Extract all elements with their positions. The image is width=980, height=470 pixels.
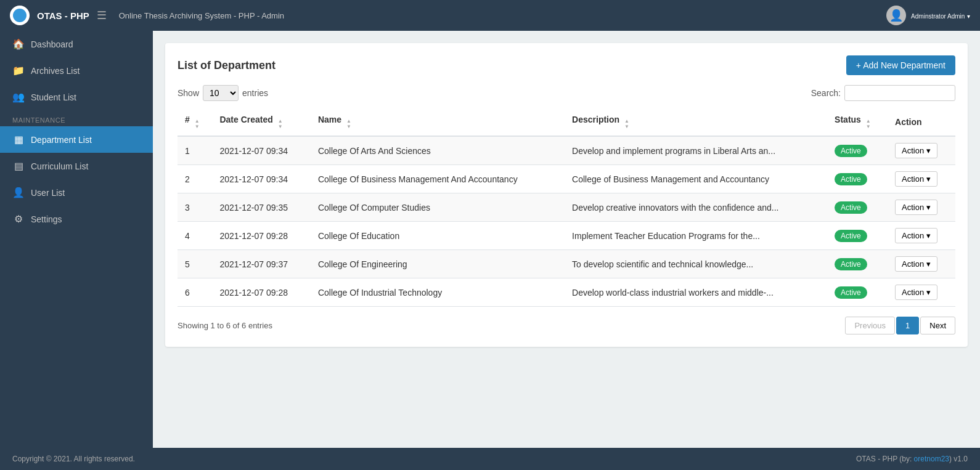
col-num: # ▲▼ xyxy=(178,108,212,136)
cell-num: 5 xyxy=(178,250,212,278)
department-table: # ▲▼ Date Created ▲▼ Name ▲▼ Description… xyxy=(178,108,955,307)
show-entries-control: Show 10 25 50 100 entries xyxy=(178,85,268,101)
cell-action: Action ▾ xyxy=(888,278,955,307)
table-row: 6 2021-12-07 09:28 College Of Industrial… xyxy=(178,278,955,307)
archives-icon: 📁 xyxy=(12,65,25,76)
sidebar-item-student-list[interactable]: 👥 Student List xyxy=(0,84,153,110)
footer-copyright: Copyright © 2021. All rights reserved. xyxy=(12,455,135,463)
user-icon: 👤 xyxy=(12,187,25,198)
sidebar: 🏠 Dashboard 📁 Archives List 👥 Student Li… xyxy=(0,31,153,470)
main-content: List of Department + Add New Department … xyxy=(153,31,980,470)
col-action: Action xyxy=(888,108,955,136)
cell-num: 3 xyxy=(178,193,212,222)
table-row: 3 2021-12-07 09:35 College Of Computer S… xyxy=(178,193,955,222)
table-controls: Show 10 25 50 100 entries Search: xyxy=(178,85,955,101)
sidebar-item-curriculum-list[interactable]: ▤ Curriculum List xyxy=(0,153,153,179)
cell-action: Action ▾ xyxy=(888,165,955,193)
previous-button[interactable]: Previous xyxy=(845,317,895,334)
cell-date: 2021-12-07 09:34 xyxy=(212,136,310,165)
next-button[interactable]: Next xyxy=(920,317,955,334)
cell-action: Action ▾ xyxy=(888,136,955,165)
table-row: 2 2021-12-07 09:34 College Of Business M… xyxy=(178,165,955,193)
footer-credit: OTAS - PHP (by: oretnom23) v1.0 xyxy=(856,455,968,463)
status-badge: Active xyxy=(835,258,867,270)
cell-num: 4 xyxy=(178,222,212,250)
cell-description: Implement Teacher Education Programs for… xyxy=(565,222,827,250)
cell-num: 6 xyxy=(178,278,212,307)
department-icon: ▦ xyxy=(12,134,25,145)
department-card: List of Department + Add New Department … xyxy=(165,43,968,347)
cell-name: College Of Business Management And Accou… xyxy=(311,165,565,193)
pagination-buttons: Previous 1 Next xyxy=(845,317,955,334)
table-row: 5 2021-12-07 09:37 College Of Engineerin… xyxy=(178,250,955,278)
status-badge: Active xyxy=(835,145,867,157)
search-input[interactable] xyxy=(844,85,955,101)
cell-description: To develop scientific and technical know… xyxy=(565,250,827,278)
app-logo xyxy=(10,6,30,25)
cell-action: Action ▾ xyxy=(888,193,955,222)
add-department-button[interactable]: + Add New Department xyxy=(846,55,955,75)
cell-description: Develop world-class industrial workers a… xyxy=(565,278,827,307)
settings-icon: ⚙ xyxy=(12,213,25,225)
action-button[interactable]: Action ▾ xyxy=(895,228,937,243)
table-row: 1 2021-12-07 09:34 College Of Arts And S… xyxy=(178,136,955,165)
topnav-subtitle: Online Thesis Archiving System - PHP - A… xyxy=(119,11,284,20)
maintenance-section-label: Maintenance xyxy=(0,110,153,126)
cell-description: Develop creative innovators with the con… xyxy=(565,193,827,222)
action-button[interactable]: Action ▾ xyxy=(895,143,937,158)
status-badge: Active xyxy=(835,286,867,299)
cell-date: 2021-12-07 09:37 xyxy=(212,250,310,278)
menu-toggle-icon[interactable]: ☰ xyxy=(97,9,107,22)
cell-name: College Of Industrial Technology xyxy=(311,278,565,307)
footer-author-link[interactable]: oretnom23 xyxy=(914,455,949,463)
sidebar-item-settings[interactable]: ⚙ Settings xyxy=(0,206,153,232)
action-button[interactable]: Action ▾ xyxy=(895,285,937,300)
col-status[interactable]: Status ▲▼ xyxy=(827,108,888,136)
sidebar-item-user-list[interactable]: 👤 User List xyxy=(0,179,153,206)
cell-date: 2021-12-07 09:28 xyxy=(212,278,310,307)
sidebar-item-archives-list[interactable]: 📁 Archives List xyxy=(0,57,153,84)
cell-status: Active xyxy=(827,193,888,222)
cell-num: 1 xyxy=(178,136,212,165)
sidebar-item-department-list[interactable]: ▦ Department List xyxy=(0,126,153,153)
page-title: List of Department xyxy=(178,59,276,72)
table-row: 4 2021-12-07 09:28 College Of Education … xyxy=(178,222,955,250)
status-badge: Active xyxy=(835,173,867,185)
col-name[interactable]: Name ▲▼ xyxy=(311,108,565,136)
action-button[interactable]: Action ▾ xyxy=(895,256,937,272)
action-button[interactable]: Action ▾ xyxy=(895,200,937,215)
dashboard-icon: 🏠 xyxy=(12,38,25,50)
page-1-button[interactable]: 1 xyxy=(896,317,919,334)
col-date-created[interactable]: Date Created ▲▼ xyxy=(212,108,310,136)
cell-status: Active xyxy=(827,278,888,307)
cell-status: Active xyxy=(827,165,888,193)
students-icon: 👥 xyxy=(12,91,25,103)
action-button[interactable]: Action ▾ xyxy=(895,171,937,187)
search-box: Search: xyxy=(811,85,955,101)
avatar: 👤 xyxy=(886,6,906,25)
cell-date: 2021-12-07 09:35 xyxy=(212,193,310,222)
curriculum-icon: ▤ xyxy=(12,160,25,172)
topnav: OTAS - PHP ☰ Online Thesis Archiving Sys… xyxy=(0,0,980,31)
pagination-area: Showing 1 to 6 of 6 entries Previous 1 N… xyxy=(178,317,955,334)
footer: Copyright © 2021. All rights reserved. O… xyxy=(0,448,980,470)
table-header-row: # ▲▼ Date Created ▲▼ Name ▲▼ Description… xyxy=(178,108,955,136)
cell-num: 2 xyxy=(178,165,212,193)
cell-name: College Of Education xyxy=(311,222,565,250)
app-title: OTAS - PHP xyxy=(37,10,89,21)
card-header: List of Department + Add New Department xyxy=(178,55,955,75)
cell-action: Action ▾ xyxy=(888,222,955,250)
sidebar-item-dashboard[interactable]: 🏠 Dashboard xyxy=(0,31,153,57)
cell-description: College of Business Management and Accou… xyxy=(565,165,827,193)
col-description[interactable]: Description ▲▼ xyxy=(565,108,827,136)
cell-date: 2021-12-07 09:28 xyxy=(212,222,310,250)
pagination-info: Showing 1 to 6 of 6 entries xyxy=(178,321,272,330)
cell-description: Develop and implement programs in Libera… xyxy=(565,136,827,165)
status-badge: Active xyxy=(835,230,867,242)
cell-status: Active xyxy=(827,250,888,278)
user-label[interactable]: Adminstrator Admin ▾ xyxy=(911,11,970,20)
cell-name: College Of Arts And Sciences xyxy=(311,136,565,165)
entries-select[interactable]: 10 25 50 100 xyxy=(203,85,239,101)
cell-date: 2021-12-07 09:34 xyxy=(212,165,310,193)
status-badge: Active xyxy=(835,201,867,214)
